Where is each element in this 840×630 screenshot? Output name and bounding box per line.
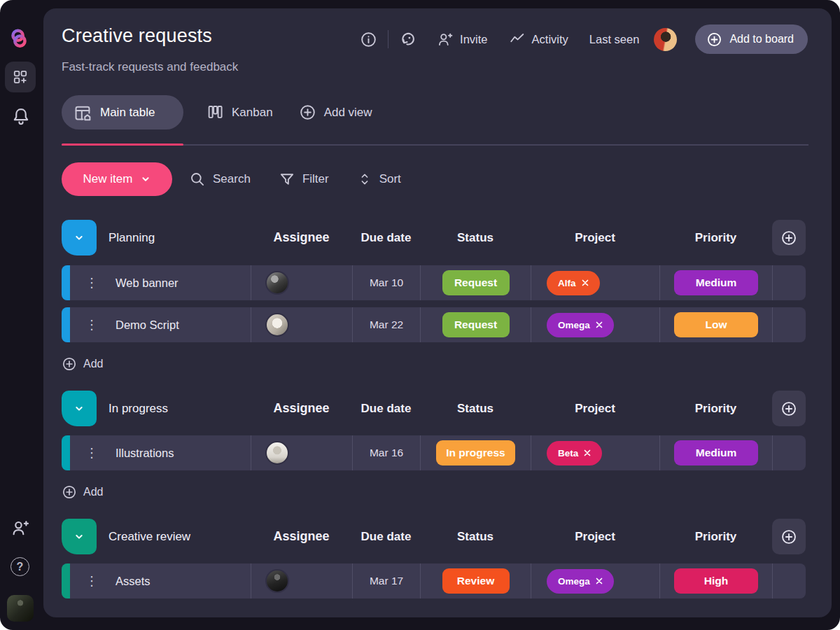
board-panel: Creative requests Fast-track requests an… (43, 8, 832, 617)
add-to-board-button[interactable]: Add to board (695, 24, 808, 54)
add-item-button[interactable]: Add (62, 354, 806, 374)
column-header-status[interactable]: Status (420, 402, 531, 416)
item-name[interactable]: Demo Script (115, 318, 179, 332)
table-home-icon (74, 104, 92, 122)
priority-badge[interactable]: Low (674, 312, 758, 337)
activity-button[interactable]: Activity (509, 31, 568, 48)
column-header-assignee[interactable]: Assignee (251, 401, 352, 416)
status-badge[interactable]: Request (442, 270, 510, 295)
due-date[interactable]: Mar 10 (352, 265, 420, 300)
add-column-button[interactable] (772, 519, 806, 554)
priority-badge[interactable]: Medium (674, 440, 758, 465)
priority-badge[interactable]: Medium (674, 270, 758, 295)
activity-trend-icon (509, 31, 526, 48)
tab-add-view[interactable]: Add view (299, 104, 372, 121)
person-plus-icon (437, 31, 454, 48)
row-color-bar (62, 265, 70, 300)
item-name[interactable]: Web banner (115, 276, 178, 290)
row-color-bar (62, 307, 70, 342)
column-header-priority[interactable]: Priority (659, 530, 772, 544)
item-name[interactable]: Assets (115, 575, 150, 588)
group-planning: Planning Assignee Due date Status Projec… (62, 220, 806, 374)
tab-kanban[interactable]: Kanban (206, 104, 273, 121)
kebab-menu-icon[interactable]: ⋮ (85, 573, 99, 589)
project-tag[interactable]: Omega (547, 569, 614, 594)
kebab-menu-icon[interactable]: ⋮ (85, 317, 99, 332)
remove-tag-icon[interactable] (596, 578, 603, 584)
column-header-status[interactable]: Status (420, 231, 531, 245)
status-badge[interactable]: Review (442, 568, 510, 594)
column-header-due-date[interactable]: Due date (352, 231, 420, 245)
project-tag[interactable]: Beta (547, 441, 602, 465)
board-header: Creative requests Fast-track requests an… (43, 8, 832, 95)
column-header-project[interactable]: Project (531, 402, 659, 416)
tab-main-table[interactable]: Main table (62, 95, 183, 130)
assignee-avatar[interactable] (265, 313, 289, 337)
group-collapse-button[interactable] (62, 391, 97, 426)
project-tag-label: Omega (558, 320, 590, 330)
add-column-button[interactable] (772, 220, 806, 255)
status-badge[interactable]: Request (442, 312, 510, 337)
search-icon (189, 171, 206, 188)
kebab-menu-icon[interactable]: ⋮ (85, 445, 99, 461)
table-row[interactable]: ⋮ Demo Script Mar 22 Request Omega (62, 307, 806, 342)
last-seen[interactable]: Last seen (589, 28, 678, 51)
column-header-due-date[interactable]: Due date (352, 530, 420, 544)
due-date[interactable]: Mar 22 (352, 307, 420, 342)
info-icon[interactable] (360, 31, 377, 48)
search-button[interactable]: Search (189, 171, 251, 188)
project-tag[interactable]: Omega (547, 313, 614, 337)
table-row[interactable]: ⋮ Illustrations Mar 16 In progress Beta (62, 435, 806, 470)
header-divider (388, 30, 388, 48)
kebab-menu-icon[interactable]: ⋮ (85, 275, 99, 290)
remove-tag-icon[interactable] (584, 449, 591, 456)
sort-button[interactable]: Sort (357, 172, 401, 187)
status-badge[interactable]: In progress (436, 440, 514, 465)
assignee-avatar[interactable] (265, 441, 289, 465)
app-logo-icon[interactable] (8, 27, 32, 50)
filter-button[interactable]: Filter (279, 171, 329, 188)
sidebar-item-notifications[interactable] (11, 106, 31, 126)
group-name[interactable]: In progress (108, 402, 168, 416)
sidebar-item-help[interactable]: ? (10, 557, 29, 576)
column-header-priority[interactable]: Priority (659, 231, 772, 245)
sidebar-item-invite[interactable] (10, 518, 30, 538)
table-row[interactable]: ⋮ Web banner Mar 10 Request Alfa (62, 265, 806, 300)
priority-badge[interactable]: High (674, 568, 758, 594)
new-item-button[interactable]: New item (62, 162, 172, 196)
remove-tag-icon[interactable] (582, 279, 589, 286)
due-date[interactable]: Mar 17 (352, 564, 420, 598)
add-item-button[interactable]: Add (62, 482, 806, 503)
user-avatar[interactable] (7, 595, 34, 622)
project-tag-label: Alfa (558, 278, 576, 288)
project-tag[interactable]: Alfa (547, 271, 600, 295)
group-collapse-button[interactable] (62, 220, 97, 255)
column-header-status[interactable]: Status (420, 530, 531, 544)
group-collapse-button[interactable] (62, 519, 97, 554)
sidebar-item-boards[interactable] (5, 62, 36, 92)
add-column-button[interactable] (772, 391, 806, 426)
column-header-due-date[interactable]: Due date (352, 402, 420, 416)
due-date[interactable]: Mar 16 (352, 435, 420, 470)
boards-grid-plus-icon (12, 69, 29, 85)
table-row[interactable]: ⋮ Assets Mar 17 Review Omega (62, 564, 806, 598)
invite-button[interactable]: Invite (437, 31, 487, 48)
group-name[interactable]: Creative review (108, 530, 190, 544)
assignee-avatar[interactable] (265, 271, 289, 295)
column-header-project[interactable]: Project (531, 231, 659, 245)
group-name[interactable]: Planning (108, 231, 155, 245)
column-header-project[interactable]: Project (531, 530, 659, 544)
remove-tag-icon[interactable] (596, 321, 603, 328)
add-item-label: Add (83, 358, 103, 370)
app-window: ? Creative requests Fast-track requests … (0, 0, 840, 630)
column-header-priority[interactable]: Priority (659, 402, 772, 416)
plus-circle-icon (62, 356, 77, 372)
column-header-assignee[interactable]: Assignee (251, 529, 352, 544)
header-actions: Invite Activity Last seen (360, 24, 808, 54)
column-header-assignee[interactable]: Assignee (251, 230, 352, 245)
board-toolbar: New item Search Filte (62, 162, 832, 196)
board-table: Planning Assignee Due date Status Projec… (62, 220, 806, 598)
sync-icon[interactable] (399, 30, 417, 48)
assignee-avatar[interactable] (265, 569, 289, 593)
item-name[interactable]: Illustrations (115, 447, 174, 460)
